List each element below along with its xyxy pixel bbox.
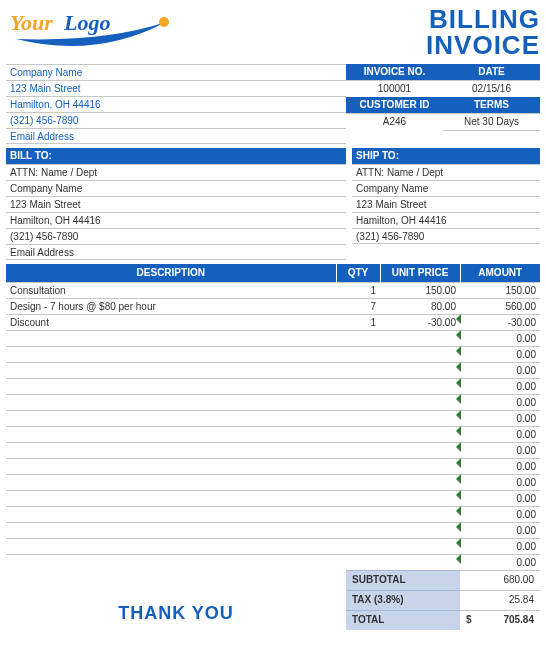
total-value: $ 705.84 [460,610,540,630]
terms-label: TERMS [443,97,540,114]
shipto-phone: (321) 456-7890 [352,228,540,244]
item-price [380,346,460,362]
title-line2: INVOICE [426,32,540,58]
item-row: Design - 7 hours @ $80 per hour780.00560… [6,298,540,314]
company-street: 123 Main Street [6,80,346,96]
item-amount: 0.00 [460,362,540,378]
item-amount: 0.00 [460,554,540,570]
item-amount: 0.00 [460,410,540,426]
item-row: 0.00 [6,554,540,570]
item-row: 0.00 [6,458,540,474]
item-row: 0.00 [6,410,540,426]
billto-company: Company Name [6,180,346,196]
billto-street: 123 Main Street [6,196,346,212]
shipto-label: SHIP TO: [352,148,540,164]
item-price [380,458,460,474]
item-price: -30.00 [380,314,460,330]
item-price [380,474,460,490]
subtotal-value: 680.00 [460,570,540,590]
col-qty: QTY [336,264,380,282]
item-qty [336,490,380,506]
shipto-street: 123 Main Street [352,196,540,212]
line-items-table: DESCRIPTION QTY UNIT PRICE AMOUNT Consul… [6,264,540,570]
company-email: Email Address [6,128,346,144]
logo-text-your: Your [10,10,53,36]
item-row: 0.00 [6,394,540,410]
item-qty [336,474,380,490]
item-amount: 0.00 [460,330,540,346]
shipto-city: Hamilton, OH 44416 [352,212,540,228]
item-desc: Discount [6,314,336,330]
tax-value: 25.84 [460,590,540,610]
item-qty [336,458,380,474]
item-desc [6,458,336,474]
item-desc [6,442,336,458]
billto-phone: (321) 456-7890 [6,228,346,244]
logo-text-logo: Logo [64,10,110,36]
item-row: 0.00 [6,522,540,538]
item-desc [6,362,336,378]
title-line1: BILLING [426,6,540,32]
item-amount: 0.00 [460,394,540,410]
item-row: 0.00 [6,330,540,346]
item-desc [6,474,336,490]
item-price [380,378,460,394]
item-desc [6,394,336,410]
item-qty [336,378,380,394]
item-qty: 7 [336,298,380,314]
item-row: Consultation1150.00150.00 [6,282,540,298]
item-price [380,506,460,522]
item-price [380,410,460,426]
item-desc [6,378,336,394]
item-qty [336,506,380,522]
item-price [380,522,460,538]
item-price [380,490,460,506]
item-qty [336,330,380,346]
item-amount: 0.00 [460,490,540,506]
total-label: TOTAL [346,610,460,630]
item-row: 0.00 [6,378,540,394]
item-qty [336,554,380,570]
subtotal-label: SUBTOTAL [346,570,460,590]
item-desc [6,506,336,522]
invoice-title: BILLING INVOICE [426,6,540,58]
item-amount: 150.00 [460,282,540,298]
company-phone: (321) 456-7890 [6,112,346,128]
item-amount: 0.00 [460,522,540,538]
item-qty [336,442,380,458]
item-row: Discount1-30.00-30.00 [6,314,540,330]
item-desc [6,426,336,442]
item-desc [6,538,336,554]
item-row: 0.00 [6,538,540,554]
item-amount: -30.00 [460,314,540,330]
date-label: DATE [443,64,540,81]
item-row: 0.00 [6,426,540,442]
item-price [380,426,460,442]
item-qty [336,362,380,378]
item-desc: Consultation [6,282,336,298]
col-amount: AMOUNT [460,264,540,282]
item-price: 80.00 [380,298,460,314]
col-price: UNIT PRICE [380,264,460,282]
item-row: 0.00 [6,490,540,506]
item-row: 0.00 [6,442,540,458]
item-desc [6,410,336,426]
item-price [380,554,460,570]
item-amount: 0.00 [460,442,540,458]
item-desc: Design - 7 hours @ $80 per hour [6,298,336,314]
item-qty [336,410,380,426]
invoice-no-label: INVOICE NO. [346,64,443,81]
item-price [380,362,460,378]
item-price [380,538,460,554]
item-row: 0.00 [6,506,540,522]
company-city: Hamilton, OH 44416 [6,96,346,112]
item-qty [336,394,380,410]
item-amount: 0.00 [460,346,540,362]
billto-email: Email Address [6,244,346,260]
customer-id-label: CUSTOMER ID [346,97,443,114]
item-qty: 1 [336,314,380,330]
item-amount: 0.00 [460,426,540,442]
item-desc [6,330,336,346]
date-value: 02/15/16 [443,81,540,98]
item-amount: 560.00 [460,298,540,314]
